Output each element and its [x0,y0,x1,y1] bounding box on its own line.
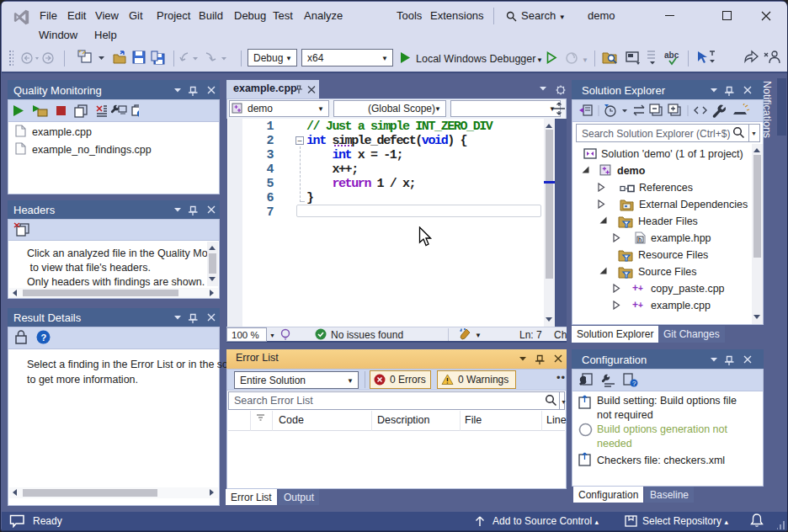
svg-text:?: ? [41,332,47,343]
svg-text:?: ? [632,380,636,387]
svg-text:h: h [638,237,642,242]
svg-text:abc: abc [664,51,679,60]
